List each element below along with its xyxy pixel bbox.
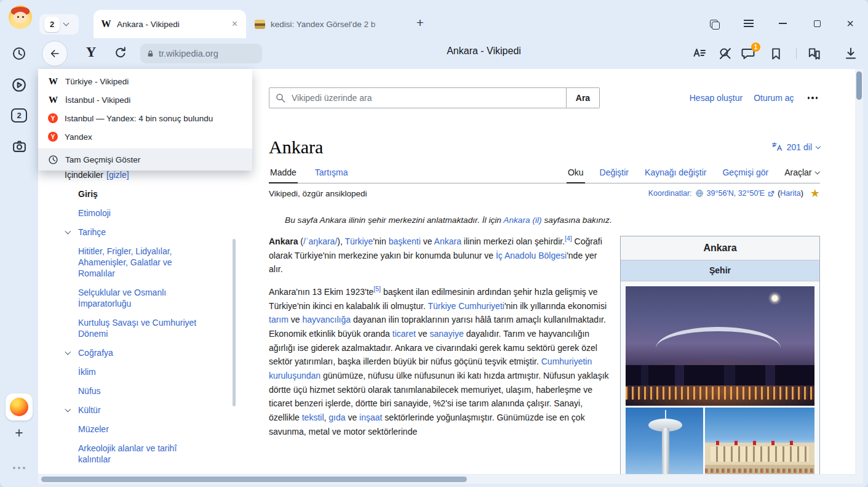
back-button[interactable] (42, 41, 68, 66)
maximize-window-icon[interactable] (808, 15, 826, 32)
infobox-image-row (626, 408, 814, 474)
history-item[interactable]: Y Istanbul — Yandex: 4 bin sonuç bulundu (38, 109, 252, 127)
collections-icon[interactable] (806, 46, 822, 62)
personal-tools: Hesap oluştur Oturum aç (690, 93, 820, 103)
wiki-search-button[interactable]: Ara (567, 87, 600, 108)
more-options-icon[interactable] (805, 94, 821, 102)
rail-add-button[interactable]: + (0, 424, 38, 442)
wiki-search-input[interactable] (269, 87, 567, 108)
infobox-image-cityscape[interactable] (626, 286, 814, 406)
url-text: tr.wikipedia.org (159, 49, 218, 58)
menu-icon[interactable] (740, 15, 757, 32)
toc-item-etimoloji[interactable]: Etimoloji (65, 207, 209, 219)
toc-header: İçindekiler[gizle] (65, 170, 225, 180)
vertical-scrollbar[interactable] (855, 69, 863, 475)
address-bar[interactable]: tr.wikipedia.org (140, 44, 262, 63)
player-icon[interactable] (0, 76, 38, 94)
yandex-search-icon[interactable]: Y (82, 44, 100, 63)
avatar-face (14, 12, 27, 23)
toc-item-label: Selçuklular ve Osmanlı İmparatorluğu (78, 288, 166, 308)
coordinates-label[interactable]: Koordinatlar: (648, 189, 692, 198)
login-link[interactable]: Oturum aç (754, 93, 794, 103)
avatar-eye (22, 16, 24, 18)
toc-item-selcuklular[interactable]: Selçuklular ve Osmanlı İmparatorluğu (65, 287, 209, 309)
vertical-scrollbar-thumb[interactable] (856, 71, 862, 100)
tab-tools[interactable]: Araçlar (783, 167, 820, 183)
wiki-header: Ara Hesap oluştur Oturum aç (269, 87, 820, 108)
tab-ankara-vikipedi[interactable]: W Ankara - Vikipedi × (94, 10, 246, 38)
horizontal-scrollbar[interactable] (38, 475, 863, 484)
tab-talk[interactable]: Tartışma (314, 167, 349, 183)
profile-avatar-icon[interactable] (9, 6, 32, 29)
toc-item-label: Nüfus (78, 386, 101, 396)
toc-item-arkeolojik[interactable]: Arkeolojik alanlar ve tarihî kalıntılar (65, 443, 209, 465)
history-icon[interactable] (0, 46, 38, 62)
tabs-panel-icon[interactable]: 2 (0, 108, 38, 123)
toc-item-nufus[interactable]: Nüfus (65, 385, 209, 396)
bookmark-page-icon[interactable] (768, 46, 784, 62)
toc-item-tarihce[interactable]: Tarihçe (65, 227, 209, 238)
tab-yandex-gorsel[interactable]: kedisi: Yandex Görsel'de 2 b (247, 10, 406, 38)
tab-counter-button[interactable]: 2 (39, 14, 79, 34)
toolbar: Y tr.wikipedia.org Ankara - Vikipedi 1 (38, 38, 868, 69)
show-full-history-button[interactable]: Tam Geçmişi Göster (38, 148, 252, 171)
history-item[interactable]: W İstanbul - Vikipedi (38, 91, 252, 109)
tab-read[interactable]: Oku (567, 167, 585, 183)
infobox-image-anitkabir[interactable] (705, 408, 814, 474)
toc-item-label: Kültür (78, 405, 101, 415)
browser-window: 2 W Ankara - Vikipedi × kedisi: Yandex G… (0, 0, 868, 487)
wikipedia-icon: W (48, 76, 58, 87)
new-tab-button[interactable]: + (411, 14, 429, 32)
tagline-row: Vikipedi, özgür ansiklopedi Koordinatlar… (269, 188, 820, 199)
rail-more-icon[interactable] (0, 463, 38, 473)
toc-item-cografya[interactable]: Coğrafya (65, 347, 209, 358)
toc-item-muzeler[interactable]: Müzeler (65, 424, 209, 435)
create-account-link[interactable]: Hesap oluştur (690, 93, 743, 103)
tab-title: Ankara - Vikipedi (117, 20, 225, 29)
tab-groups-icon[interactable] (705, 15, 722, 32)
browser-logo-icon[interactable] (0, 393, 38, 421)
history-item[interactable]: W Türkiye - Vikipedi (38, 72, 252, 91)
page-search-off-icon[interactable] (717, 46, 733, 62)
infobox-image-atakule[interactable] (626, 408, 703, 474)
toc-scrollbar[interactable] (233, 239, 236, 406)
downloads-icon[interactable] (843, 46, 859, 62)
show-full-history-label: Tam Geçmişi Göster (65, 155, 140, 164)
history-item[interactable]: Y Yandex (38, 127, 252, 146)
screenshot-icon[interactable] (0, 138, 38, 154)
anitkabir-crowd (705, 469, 814, 473)
coordinates: Koordinatlar: 39°56′N, 32°50′E (Harita) … (648, 188, 820, 199)
tab-history[interactable]: Geçmişi gör (721, 167, 770, 183)
reader-mode-icon[interactable] (691, 46, 707, 62)
reload-icon[interactable] (113, 46, 129, 62)
tower-spire (665, 410, 666, 419)
toc-item-hititler[interactable]: Hititler, Frigler, Lidyalılar, Ahamenişl… (65, 246, 209, 279)
chevron-down-icon[interactable] (65, 406, 71, 412)
lock-icon (146, 49, 154, 58)
tab-close-icon[interactable]: × (231, 18, 239, 30)
toc-item-iklim[interactable]: İklim (65, 366, 209, 377)
tab-counter-value: 2 (44, 17, 60, 32)
infobox-images (621, 281, 819, 474)
toc-item-kultur[interactable]: Kültür (65, 404, 209, 416)
comments-icon[interactable]: 1 (740, 46, 756, 62)
chevron-down-icon[interactable] (65, 349, 71, 355)
toc-item-label: Coğrafya (78, 348, 113, 358)
wikipedia-icon: W (48, 95, 58, 105)
close-window-icon[interactable]: × (842, 15, 859, 32)
coordinates-value[interactable]: 39°56′N, 32°50′E (707, 189, 765, 198)
toc-hide-toggle[interactable]: [gizle] (106, 170, 129, 180)
languages-button[interactable]: 201 dil (771, 142, 820, 153)
horizontal-scrollbar-thumb[interactable] (41, 477, 467, 482)
logo-box (6, 393, 33, 421)
toc-item-label: Giriş (78, 189, 98, 199)
tab-edit[interactable]: Değiştir (599, 167, 630, 183)
toc-item-giris[interactable]: Giriş (65, 188, 209, 199)
minimize-window-icon[interactable] (774, 15, 791, 32)
coordinates-map-link[interactable]: (Harita) (778, 189, 803, 198)
hatnote: Bu sayfa Ankara ilinin şehir merkezini a… (269, 215, 820, 225)
chevron-down-icon[interactable] (65, 228, 71, 234)
tab-edit-source[interactable]: Kaynağı değiştir (643, 167, 707, 183)
toc-item-kurtulus[interactable]: Kurtuluş Savaşı ve Cumhuriyet Dönemi (65, 317, 209, 339)
tab-article[interactable]: Madde (269, 167, 298, 183)
